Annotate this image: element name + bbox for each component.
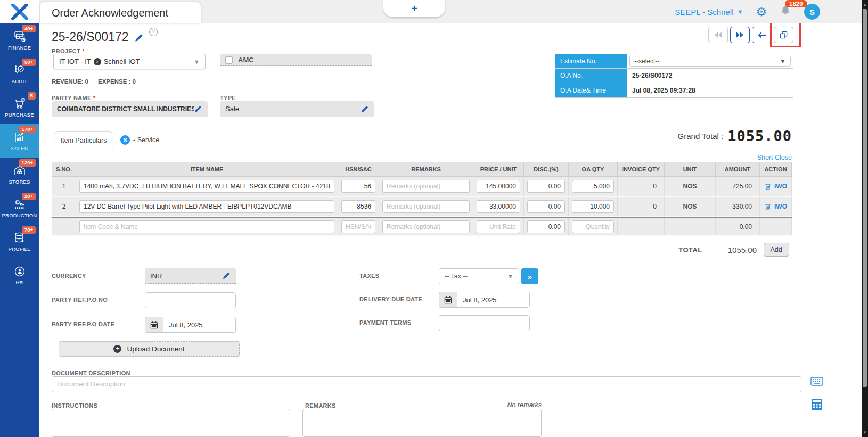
unit-cell: NOS: [665, 177, 716, 196]
expense-value: EXPENSE : 0: [98, 78, 136, 85]
unit-cell: NOS: [665, 197, 716, 216]
new-disc-input[interactable]: [527, 220, 565, 233]
oa-qty-input[interactable]: [572, 180, 614, 193]
sidebar-item-stores[interactable]: 120+ STORES: [0, 158, 39, 191]
party-ref-po-no-input[interactable]: [145, 292, 236, 308]
edit-order-number-icon[interactable]: [134, 33, 144, 43]
table-row: 2 0 NOS 330.00 IWO: [52, 197, 792, 217]
new-amount-cell: 0.00: [716, 218, 760, 235]
back-button[interactable]: [752, 27, 772, 43]
plus-icon: +: [411, 3, 417, 15]
price-input[interactable]: [477, 180, 520, 193]
remarks-input[interactable]: [382, 180, 470, 193]
edit-type-icon[interactable]: [361, 105, 369, 113]
purchase-icon: [13, 97, 27, 110]
keyboard-shortcut-icon[interactable]: [810, 377, 823, 388]
sidebar-item-hr[interactable]: HR: [0, 258, 39, 292]
first-record-button[interactable]: [708, 27, 728, 43]
new-item-name-input[interactable]: [79, 220, 334, 233]
instructions-input[interactable]: [52, 409, 290, 437]
oa-qty-input[interactable]: [572, 200, 614, 213]
new-hsn-input[interactable]: [341, 220, 375, 233]
page-title: Order Acknowledgement: [40, 2, 201, 23]
calendar-icon[interactable]: [145, 317, 163, 333]
new-tab-button[interactable]: +: [383, 0, 445, 17]
remarks-input[interactable]: [382, 200, 470, 213]
document-tab[interactable]: Order Acknowledgement: [40, 2, 201, 23]
disc-input[interactable]: [527, 180, 565, 193]
amc-checkbox[interactable]: [225, 56, 233, 64]
upload-document-button[interactable]: + Upload Document: [59, 341, 240, 357]
add-item-button[interactable]: Add: [764, 243, 789, 257]
page-scrollbar[interactable]: ▲ ▼: [862, 0, 868, 437]
sidebar-item-production[interactable]: 20+ PRODUCTION: [0, 191, 39, 225]
estimate-no-select[interactable]: --select-- ▼: [629, 56, 791, 67]
edit-party-icon[interactable]: [194, 105, 202, 113]
project-dropdown[interactable]: IT-IOT - IT › Schnell IOT ▼: [53, 54, 206, 69]
edit-currency-icon[interactable]: [222, 271, 231, 280]
app-logo[interactable]: [0, 0, 39, 23]
scroll-down-icon[interactable]: ▼: [862, 430, 868, 435]
short-close-link[interactable]: Short Close: [757, 154, 792, 161]
remarks-textarea[interactable]: [302, 409, 542, 437]
hsn-input[interactable]: [341, 200, 375, 213]
oa-datetime-label: O.A Date& Time: [555, 83, 627, 97]
disc-input[interactable]: [527, 200, 565, 213]
oa-no-value: 25-26/S00172: [627, 69, 793, 83]
new-remarks-input[interactable]: [382, 220, 470, 233]
new-price-input[interactable]: [477, 220, 520, 233]
next-record-button[interactable]: [730, 27, 750, 43]
total-value: 1055.00: [716, 240, 760, 259]
notifications-bell[interactable]: 1820: [780, 5, 791, 19]
estimate-no-row: Estimate No. --select-- ▼: [555, 54, 793, 69]
delete-row-icon[interactable]: [764, 203, 772, 211]
col-invoice-qty: INVOICE QTY: [618, 162, 665, 176]
delivery-due-date-value[interactable]: Jul 8, 2025: [457, 292, 530, 308]
iwo-link[interactable]: IWO: [774, 183, 787, 190]
project-link-icon: ›: [94, 58, 101, 65]
sidebar-item-profile[interactable]: 70+ PROFILE: [0, 225, 39, 258]
delete-row-icon[interactable]: [764, 183, 772, 191]
item-name-input[interactable]: [79, 180, 334, 193]
oa-datetime-value: Jul 08, 2025 09:37:28: [627, 83, 793, 97]
sidebar-item-label: AUDIT: [12, 78, 28, 84]
instructions-label: INSTRUCTIONS: [52, 402, 97, 409]
calendar-icon[interactable]: [439, 292, 457, 308]
sidebar-item-finance[interactable]: 40+ ₹ FINANCE: [0, 23, 39, 57]
service-badge-icon: S: [120, 135, 130, 145]
highlight-box: [770, 22, 801, 47]
iwo-link[interactable]: IWO: [774, 203, 787, 210]
apply-tax-button[interactable]: »: [521, 268, 538, 284]
oa-datetime-row: O.A Date& Time Jul 08, 2025 09:37:28: [555, 83, 793, 97]
sidebar-item-audit[interactable]: 50+ AUDIT: [0, 57, 39, 90]
tab-item-particulars[interactable]: Item Particulars: [55, 131, 112, 149]
taxes-select[interactable]: -- Tax -- ▼: [439, 268, 519, 284]
document-description-input[interactable]: [52, 376, 801, 392]
company-selector[interactable]: SEEPL - Schnell ▼: [675, 7, 743, 17]
finance-badge: 40+: [22, 25, 36, 32]
user-avatar[interactable]: S: [804, 4, 820, 20]
item-name-input[interactable]: [79, 200, 334, 213]
scroll-up-icon[interactable]: ▲: [862, 2, 868, 7]
party-ref-po-date-value[interactable]: Jul 8, 2025: [163, 317, 236, 333]
payment-terms-input[interactable]: [439, 315, 530, 331]
settings-gear-icon[interactable]: ⚙: [756, 6, 767, 18]
profile-badge: 70+: [22, 226, 36, 234]
sidebar-item-purchase[interactable]: 5 PURCHASE: [0, 90, 39, 124]
price-input[interactable]: [477, 200, 520, 213]
tab-service[interactable]: S - Service: [120, 135, 159, 145]
hsn-input[interactable]: [341, 180, 375, 193]
col-remarks: REMARKS: [379, 162, 473, 176]
currency-label: CURRENCY: [52, 273, 86, 279]
total-label: TOTAL: [665, 240, 716, 259]
sidebar-item-sales[interactable]: 170+ SALES: [0, 124, 39, 158]
invoice-qty-cell: 0: [618, 197, 665, 216]
col-sno: S.NO.: [52, 162, 76, 176]
help-icon[interactable]: ?: [149, 28, 158, 36]
col-unit: UNIT: [665, 162, 716, 176]
party-ref-po-no-label: PARTY REF.P.O NO: [52, 296, 108, 303]
scrollbar-thumb[interactable]: [863, 9, 867, 387]
calculator-icon[interactable]: [811, 398, 823, 413]
new-qty-input[interactable]: [572, 220, 614, 233]
party-ref-po-date-label: PARTY REF.P.O DATE: [52, 321, 114, 327]
